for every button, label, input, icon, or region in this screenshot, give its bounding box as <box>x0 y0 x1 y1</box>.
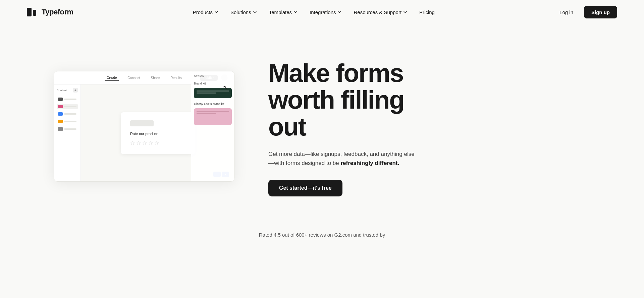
screenshot-panel-title: Design <box>194 75 232 78</box>
hero-headline: Make forms worth filling out <box>268 60 443 140</box>
chevron-down-icon <box>214 10 218 14</box>
signup-button[interactable]: Sign up <box>584 6 617 18</box>
screenshot-star-rating: ☆ ☆ ☆ ☆ ☆ <box>130 140 185 146</box>
screenshot-body: Content + <box>54 84 234 182</box>
screenshot-panel-line <box>197 113 216 114</box>
list-item-dot <box>58 98 63 101</box>
list-item-line <box>64 106 76 107</box>
cta-button[interactable]: Get started—it's free <box>268 180 342 196</box>
list-item-line <box>64 121 76 122</box>
list-item-line <box>64 128 76 130</box>
screenshot-theme-card-pink <box>194 108 232 125</box>
screenshot-tab-connect: Connect <box>125 75 142 81</box>
list-item <box>57 97 78 102</box>
list-item <box>57 111 78 117</box>
screenshot-tab-share: Share <box>149 75 162 81</box>
logo-block-left <box>27 8 32 16</box>
logo-block-right <box>33 10 36 16</box>
login-button[interactable]: Log in <box>554 7 579 18</box>
list-item-dot <box>58 112 63 116</box>
rating-text: Rated 4.5 out of 600+ reviews on G2.com … <box>259 232 385 238</box>
hero-text: Make forms worth filling out Get more da… <box>268 60 443 196</box>
header: Typeform Products Solutions Templates In… <box>0 0 644 24</box>
star-icon: ☆ <box>154 140 159 146</box>
screenshot-theme-card-dark: ↖ <box>194 88 232 98</box>
hero-subtext: Get more data—like signups, feedback, an… <box>268 150 416 168</box>
screenshot-window: Create Connect Share Results Publish Con… <box>54 71 235 182</box>
nav-item-templates[interactable]: Templates <box>264 7 303 18</box>
screenshot-question-text: Rate our product <box>130 132 185 136</box>
nav-item-solutions[interactable]: Solutions <box>225 7 262 18</box>
list-item-dot <box>58 120 63 123</box>
screenshot-sidebar-title: Content <box>57 89 67 92</box>
list-item-line <box>64 113 76 115</box>
screenshot-sidebar: Content + <box>54 84 81 182</box>
screenshot-panel-line <box>197 93 216 94</box>
star-icon: ☆ <box>148 140 153 146</box>
chevron-down-icon <box>253 10 257 14</box>
screenshot-design-panel: Design Brand kit ↖ Glossy Locks brand ki… <box>191 71 234 181</box>
screenshot-sidebar-header: Content + <box>57 88 78 93</box>
screenshot-tab-results: Results <box>168 75 183 81</box>
nav-item-products[interactable]: Products <box>187 7 224 18</box>
product-screenshot: Create Connect Share Results Publish Con… <box>54 71 241 185</box>
chevron-down-icon <box>403 10 407 14</box>
hero-section: Create Connect Share Results Publish Con… <box>0 24 644 225</box>
screenshot-add-icon: + <box>73 88 78 93</box>
star-icon: ☆ <box>142 140 147 146</box>
main-nav: Products Solutions Templates Integration… <box>187 7 440 18</box>
nav-item-resources[interactable]: Resources & Support <box>348 7 413 18</box>
logo[interactable]: Typeform <box>27 8 73 16</box>
screenshot-placeholder <box>130 120 154 126</box>
cursor-icon: ↖ <box>223 83 228 92</box>
nav-item-pricing[interactable]: Pricing <box>414 7 440 18</box>
chevron-down-icon <box>293 10 298 14</box>
screenshot-panel-line <box>197 111 229 112</box>
chevron-down-icon <box>337 10 341 14</box>
list-item <box>57 104 78 109</box>
bottom-rating-bar: Rated 4.5 out of 600+ reviews on G2.com … <box>0 225 644 244</box>
nav-item-integrations[interactable]: Integrations <box>304 7 347 18</box>
list-item <box>57 126 78 132</box>
screenshot-kit-name-label: Glossy Locks brand kit <box>194 102 232 106</box>
list-item-dot <box>58 127 63 131</box>
list-item-dot <box>58 105 63 108</box>
header-actions: Log in Sign up <box>554 6 617 18</box>
logo-text: Typeform <box>42 8 73 16</box>
screenshot-form-card: Rate our product ☆ ☆ ☆ ☆ ☆ <box>121 112 195 154</box>
screenshot-tab-create: Create <box>105 75 119 81</box>
screenshot-pink-lines <box>197 111 229 114</box>
list-item <box>57 119 78 124</box>
star-icon: ☆ <box>130 140 135 146</box>
list-item-line <box>64 99 76 100</box>
star-icon: ☆ <box>136 140 141 146</box>
logo-icon <box>27 8 38 16</box>
